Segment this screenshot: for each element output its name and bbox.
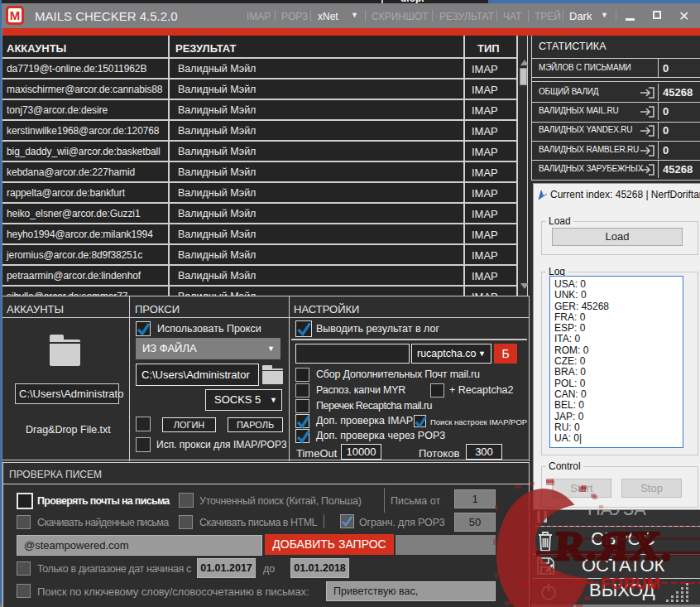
svg-text:R.ЯX.: R.ЯX. [554,523,675,569]
svg-text:FORUM: FORUM [601,575,660,592]
